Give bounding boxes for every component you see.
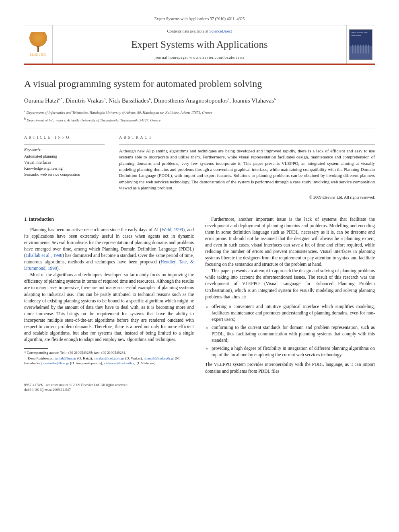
- intro-p1-a: Planning has been an active research are…: [30, 227, 162, 232]
- author-3-name: Dimosthenis Anagnostopoulos: [154, 97, 228, 104]
- author-2-name: Nick Bassiliades: [109, 97, 149, 104]
- keyword-0: Automated planning: [24, 154, 105, 159]
- journal-name: Expert Systems with Applications: [53, 37, 346, 51]
- aim-2: providing a high degree of flexibility i…: [212, 345, 375, 358]
- affil-b-text: Department of Informatics, Aristotle Uni…: [27, 118, 160, 122]
- email-0-who: (O. Hatzi): [77, 356, 92, 360]
- journal-cover-thumbnail: Expert Systems with Applications: [349, 29, 372, 60]
- abstract-sep: [119, 144, 375, 145]
- abstract-heading: ABSTRACT: [119, 135, 375, 140]
- affil-a-text: Department of Informatics and Telematics…: [27, 111, 212, 115]
- homepage-url: www.elsevier.com/locate/eswa: [189, 55, 245, 60]
- homepage-prefix: journal homepage:: [154, 55, 189, 60]
- corresponding-author-note: * Corresponding author. Tel.: +30 210954…: [24, 350, 194, 355]
- ref-ghallab-1998[interactable]: Ghallab et al., 1998: [26, 253, 62, 258]
- email-addresses-line: E-mail addresses: raniah@hua.gr (O. Hatz…: [24, 356, 194, 366]
- bottom-meta: 0957-4174/$ - see front matter © 2009 El…: [24, 382, 375, 392]
- article-info-heading: ARTICLE INFO: [24, 135, 105, 140]
- separator-top: [24, 129, 375, 129]
- keyword-3: Semantic web service composition: [24, 172, 105, 177]
- separator-bottom: [24, 206, 375, 206]
- author-3-marks: a: [228, 97, 229, 101]
- intro-p4: This paper presents an attempt to approa…: [205, 267, 375, 300]
- journal-masthead: ELSEVIER Contents lists available at Sci…: [24, 25, 375, 65]
- abstract-text: Although new AI planning algorithms and …: [119, 148, 375, 191]
- intro-p1-d: ).: [57, 266, 60, 271]
- footnotes: * Corresponding author. Tel.: +30 210954…: [24, 350, 194, 366]
- email-3[interactable]: dimosthe@hua.gr: [43, 361, 69, 365]
- author-0-name: Ourania Hatzi: [24, 97, 58, 104]
- journal-homepage-line: journal homepage: www.elsevier.com/locat…: [53, 55, 346, 60]
- contents-available-line: Contents lists available at ScienceDirec…: [53, 29, 346, 34]
- email-4[interactable]: vlahavas@csd.auth.gr: [104, 361, 136, 365]
- abstract-block: ABSTRACT Although new AI planning algori…: [119, 135, 375, 200]
- section-1-heading: 1. Introduction: [24, 216, 194, 222]
- email-1-who: (D. Vrakas): [125, 356, 142, 360]
- ref-weld-1999[interactable]: Weld, 1999: [162, 227, 183, 232]
- aim-0: offering a convenient and intuitive grap…: [212, 303, 375, 322]
- email-3-who: (D. Anagnostopoulos): [70, 361, 102, 365]
- affiliation-a: a Department of Informatics and Telemati…: [24, 109, 375, 115]
- running-header: Expert Systems with Applications 37 (201…: [24, 16, 375, 22]
- author-0: Ourania Hatzia,*: [24, 97, 62, 104]
- email-1[interactable]: dvrakas@csd.auth.gr: [94, 356, 124, 360]
- keyword-2: Knowledge engineering: [24, 166, 105, 171]
- cover-title-text: Expert Systems with Applications: [351, 31, 367, 36]
- elsevier-tree-icon: [29, 32, 47, 49]
- article-info-row: ARTICLE INFO Keywords: Automated plannin…: [24, 135, 375, 200]
- publisher-logo-cell: ELSEVIER: [24, 25, 52, 64]
- author-1-marks: b: [104, 97, 106, 101]
- keywords-label: Keywords:: [24, 147, 105, 153]
- intro-p2: Most of the algorithms and techniques de…: [24, 271, 194, 343]
- author-4-marks: b: [274, 97, 276, 101]
- masthead-center: Contents lists available at ScienceDirec…: [52, 25, 347, 64]
- aim-1: conforming to the current standards for …: [212, 324, 375, 343]
- info-sep: [24, 144, 105, 145]
- author-2: Nick Bassiliadesb: [109, 97, 151, 104]
- keyword-1: Visual interfaces: [24, 160, 105, 165]
- front-matter-line: 0957-4174/$ - see front matter © 2009 El…: [24, 382, 375, 388]
- intro-p5: The VLEPPO system provides interoperabil…: [205, 361, 375, 374]
- email-0[interactable]: raniah@hua.gr: [55, 356, 76, 360]
- intro-p3: Furthermore, another important issue is …: [205, 216, 375, 268]
- elsevier-logo: ELSEVIER: [27, 31, 50, 59]
- article-title: A visual programming system for automate…: [24, 77, 375, 91]
- elsevier-wordmark: ELSEVIER: [30, 53, 47, 57]
- affil-a-mark: a: [24, 109, 26, 113]
- author-4-name: Ioannis Vlahavas: [232, 97, 274, 104]
- doi-line: doi:10.1016/j.eswa.2009.12.047: [24, 387, 375, 392]
- aims-list: offering a convenient and intuitive grap…: [212, 303, 375, 358]
- author-4: Ioannis Vlahavasb: [232, 97, 276, 104]
- email-2[interactable]: nbassili@csd.auth.gr: [144, 356, 174, 360]
- author-1: Dimitris Vrakasb: [66, 97, 106, 104]
- sciencedirect-link[interactable]: ScienceDirect: [209, 29, 232, 33]
- affiliation-b: b Department of Informatics, Aristotle U…: [24, 117, 375, 123]
- abstract-copyright: © 2009 Elsevier Ltd. All rights reserved…: [119, 195, 375, 200]
- author-2-marks: b: [149, 97, 151, 101]
- email-label: E-mail addresses:: [28, 356, 54, 360]
- email-4-who: (I. Vlahavas): [137, 361, 156, 365]
- author-0-marks: a,*: [58, 97, 63, 101]
- author-list: Ourania Hatzia,*, Dimitris Vrakasb, Nick…: [24, 97, 375, 105]
- body-columns: 1. Introduction Planning has been an act…: [24, 216, 375, 374]
- author-1-name: Dimitris Vrakas: [66, 97, 104, 104]
- intro-p1: Planning has been an active research are…: [24, 226, 194, 272]
- contents-prefix: Contents lists available at: [167, 29, 209, 33]
- footnote-separator: [24, 348, 48, 349]
- article-info-left: ARTICLE INFO Keywords: Automated plannin…: [24, 135, 105, 200]
- affil-b-mark: b: [24, 117, 26, 121]
- journal-cover-cell: Expert Systems with Applications: [347, 25, 375, 64]
- author-3: Dimosthenis Anagnostopoulosa: [154, 97, 229, 104]
